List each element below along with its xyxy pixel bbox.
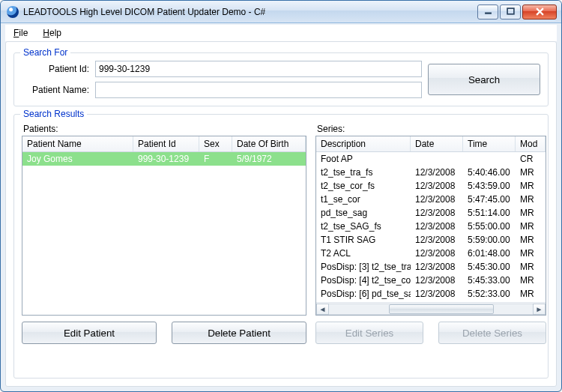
table-row[interactable]: T1 STIR SAG12/3/20085:59:00.00MR — [316, 233, 546, 247]
cell: MR — [516, 208, 546, 218]
cell: 12/3/2008 — [411, 181, 463, 191]
table-row[interactable]: PosDisp: [6] pd_tse_sag12/3/20085:52:33.… — [316, 287, 546, 301]
scroll-thumb[interactable] — [389, 304, 494, 314]
cell: 5:47:45.00 — [463, 194, 516, 205]
cell: 5/9/1972 — [232, 154, 306, 164]
cell: Joy Gomes — [22, 154, 133, 164]
patients-header: Patient Name Patient Id Sex Date Of Birt… — [22, 136, 306, 152]
minimize-button[interactable] — [477, 4, 498, 19]
series-header-time[interactable]: Time — [463, 136, 516, 151]
cell: MR — [516, 235, 546, 245]
cell: 5:45:30.00 — [463, 262, 516, 272]
delete-patient-button[interactable]: Delete Patient — [172, 322, 306, 344]
patient-name-label: Patient Name: — [22, 85, 89, 95]
scroll-track[interactable] — [329, 304, 533, 315]
cell: 12/3/2008 — [411, 248, 463, 259]
cell: 12/3/2008 — [411, 275, 463, 286]
menubar: File Help — [5, 25, 557, 41]
table-row[interactable]: Foot APCR — [316, 152, 546, 166]
patients-header-name[interactable]: Patient Name — [22, 136, 133, 151]
patient-id-input[interactable] — [95, 61, 422, 77]
table-row[interactable]: Joy Gomes999-30-1239F5/9/1972 — [22, 152, 306, 166]
patients-header-id[interactable]: Patient Id — [133, 136, 199, 151]
cell: 6:01:48.00 — [463, 248, 516, 259]
close-button[interactable] — [522, 4, 557, 19]
series-h-scrollbar[interactable]: ◄ ► — [316, 302, 546, 315]
patients-column: Patients: Patient Name Patient Id Sex Da… — [22, 122, 306, 370]
table-row[interactable]: PosDisp: [4] t2_tse_cor_fs12/3/20085:45:… — [316, 274, 546, 287]
table-row[interactable]: t2_tse_SAG_fs12/3/20085:55:00.00MR — [316, 220, 546, 233]
cell: PosDisp: [4] t2_tse_cor_fs — [316, 275, 411, 286]
series-header-modality[interactable]: Mod — [516, 136, 546, 151]
scroll-right-icon[interactable]: ► — [533, 304, 546, 315]
cell: MR — [516, 248, 546, 259]
patients-listview[interactable]: Patient Name Patient Id Sex Date Of Birt… — [22, 136, 306, 316]
cell: MR — [516, 275, 546, 286]
search-button[interactable]: Search — [428, 64, 540, 95]
series-header-description[interactable]: Description — [316, 136, 411, 151]
cell: 5:55:00.00 — [463, 221, 516, 232]
cell: PosDisp: [3] t2_tse_tra_fs — [316, 262, 411, 272]
search-results-legend: Search Results — [20, 109, 87, 119]
search-results-group: Search Results Patients: Patient Name Pa… — [13, 114, 549, 379]
cell: 12/3/2008 — [411, 194, 463, 205]
cell: 12/3/2008 — [411, 289, 463, 299]
cell: 5:59:00.00 — [463, 235, 516, 245]
search-for-group: Search For Patient Id: Search Patient Na… — [13, 52, 549, 106]
series-column: Series: Description Date Time Mod Foot A… — [315, 122, 546, 370]
cell: MR — [516, 289, 546, 299]
table-row[interactable]: pd_tse_sag12/3/20085:51:14.00MR — [316, 206, 546, 220]
series-label: Series: — [317, 124, 546, 134]
cell: T1 STIR SAG — [316, 235, 411, 245]
maximize-button[interactable] — [500, 4, 521, 19]
series-listview[interactable]: Description Date Time Mod Foot APCRt2_ts… — [315, 136, 546, 316]
patients-header-sex[interactable]: Sex — [199, 136, 232, 151]
table-row[interactable]: t1_se_cor12/3/20085:47:45.00MR — [316, 193, 546, 206]
window-title: LEADTOOLS High Level DICOM Patient Updat… — [23, 7, 477, 17]
menu-help[interactable]: Help — [40, 26, 64, 40]
scroll-left-icon[interactable]: ◄ — [316, 304, 329, 315]
series-header: Description Date Time Mod — [316, 136, 546, 152]
delete-series-button[interactable]: Delete Series — [438, 322, 546, 344]
cell: t1_se_cor — [316, 194, 411, 205]
app-icon — [7, 6, 19, 18]
cell: 12/3/2008 — [411, 208, 463, 218]
search-for-legend: Search For — [20, 47, 70, 58]
cell: MR — [516, 181, 546, 191]
table-row[interactable]: t2_tse_tra_fs12/3/20085:40:46.00MR — [316, 166, 546, 179]
cell: 12/3/2008 — [411, 221, 463, 232]
app-window: LEADTOOLS High Level DICOM Patient Updat… — [0, 0, 562, 392]
menu-file[interactable]: File — [10, 26, 31, 40]
patients-header-dob[interactable]: Date Of Birth — [232, 136, 306, 151]
cell: t2_tse_SAG_fs — [316, 221, 411, 232]
patient-name-input[interactable] — [95, 82, 422, 98]
cell: PosDisp: [6] pd_tse_sag — [316, 289, 411, 299]
cell: MR — [516, 262, 546, 272]
patient-id-label: Patient Id: — [22, 64, 89, 74]
cell: MR — [516, 194, 546, 205]
edit-series-button[interactable]: Edit Series — [315, 322, 423, 344]
table-row[interactable]: T2 ACL12/3/20086:01:48.00MR — [316, 247, 546, 260]
table-row[interactable]: t2_tse_cor_fs12/3/20085:43:59.00MR — [316, 179, 546, 193]
table-row[interactable]: PosDisp: [3] t2_tse_tra_fs12/3/20085:45:… — [316, 260, 546, 274]
cell: 5:45:33.00 — [463, 275, 516, 286]
maximize-icon — [507, 7, 515, 16]
cell: MR — [516, 221, 546, 232]
minimize-icon — [484, 7, 492, 16]
cell: 12/3/2008 — [411, 235, 463, 245]
cell: 5:51:14.00 — [463, 208, 516, 218]
svg-rect-1 — [507, 8, 514, 14]
cell: 5:40:46.00 — [463, 167, 516, 178]
cell: 12/3/2008 — [411, 167, 463, 178]
cell: t2_tse_cor_fs — [316, 181, 411, 191]
cell: 999-30-1239 — [133, 154, 199, 164]
series-header-date[interactable]: Date — [411, 136, 463, 151]
cell: Foot AP — [316, 154, 411, 164]
content-area: Search For Patient Id: Search Patient Na… — [5, 41, 557, 387]
cell: 5:52:33.00 — [463, 289, 516, 299]
close-icon — [536, 7, 544, 16]
cell: 12/3/2008 — [411, 262, 463, 272]
titlebar: LEADTOOLS High Level DICOM Patient Updat… — [1, 1, 561, 23]
edit-patient-button[interactable]: Edit Patient — [22, 322, 157, 344]
window-controls — [477, 4, 557, 19]
